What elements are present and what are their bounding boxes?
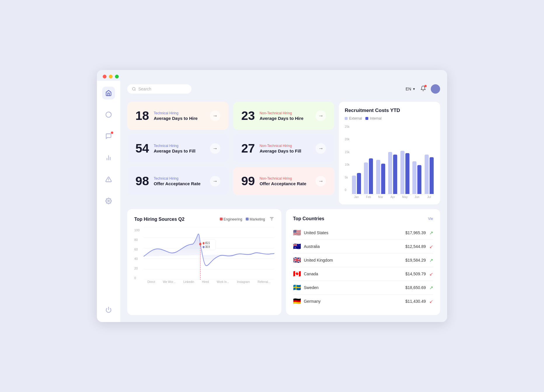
metric-label: Average Days to Hire (259, 116, 303, 121)
notification-dot (424, 85, 427, 87)
legend-marketing-sq (246, 218, 249, 220)
bar-jun-ext (412, 161, 416, 194)
country-row-se: 🇸🇪 Sweden $18,650.69 ↗ (293, 281, 433, 295)
bar-chart-container: 25k 20k 15k 10k 5k 0 (345, 124, 434, 199)
metric-number: 98 (135, 174, 149, 188)
x-axis: Jan Feb Mar Apr May Jun Jul (351, 195, 434, 199)
x-label-jun: Jun (412, 195, 422, 199)
bar-may-ext (400, 151, 404, 194)
title-bar (97, 70, 447, 81)
metric-arrow[interactable]: → (315, 143, 326, 154)
metric-tech-days-hire[interactable]: 18 Technical Hiring Average Days to Hire… (127, 102, 229, 130)
country-row-ca: 🇨🇦 Canada $14,509.79 ↙ (293, 267, 433, 281)
svg-text:65.5: 65.5 (205, 242, 210, 245)
svg-point-23 (203, 246, 204, 248)
country-name-us: United States (304, 230, 405, 235)
legend-engineering-sq (220, 218, 223, 220)
metric-arrow[interactable]: → (315, 176, 326, 186)
metric-category: Technical Hiring (154, 176, 200, 181)
x-label-jul: Jul (424, 195, 434, 199)
avatar[interactable] (431, 84, 440, 94)
metric-category: Non-Technical Hiring (259, 144, 301, 148)
sidebar-item-home[interactable] (102, 87, 115, 99)
metric-arrow[interactable]: → (210, 143, 220, 154)
x-label-mar: Mar (375, 195, 386, 199)
metric-label: Average Days to Fill (154, 148, 196, 153)
metric-nontech-days-hire[interactable]: 23 Non-Technical Hiring Average Days to … (233, 102, 334, 130)
metric-tech-offer[interactable]: 98 Technical Hiring Offer Acceptance Rat… (127, 167, 229, 195)
metric-arrow[interactable]: → (210, 176, 220, 186)
bar-group-jan (351, 141, 362, 194)
legend-internal: Internal (365, 116, 381, 120)
app-window: Search EN ▼ (97, 70, 447, 322)
metric-number: 99 (241, 174, 255, 188)
metric-label: Average Days to Hire (154, 116, 198, 121)
y-axis: 25k 20k 15k 10k 5k 0 (345, 124, 351, 199)
sidebar (97, 81, 120, 322)
trend-up-se: ↗ (429, 285, 433, 290)
metric-tech-days-fill[interactable]: 54 Technical Hiring Average Days to Fill… (127, 134, 229, 162)
line-chart-svg: 65.5 30.9 (144, 227, 274, 280)
metric-label: Offer Acceptance Rate (259, 181, 306, 186)
bar-jun-int (417, 165, 421, 194)
bar-jul-ext (425, 155, 429, 194)
metric-category: Non-Technical Hiring (259, 176, 306, 181)
notification-icon[interactable] (420, 85, 426, 92)
costs-title: Recruitment Costs YTD (345, 108, 434, 113)
metric-nontech-offer[interactable]: 99 Non-Technical Hiring Offer Acceptance… (233, 167, 334, 195)
maximize-dot[interactable] (115, 75, 119, 78)
topbar-right: EN ▼ (406, 84, 440, 94)
legend-external: External (345, 116, 362, 120)
language-selector[interactable]: EN ▼ (406, 87, 416, 91)
metric-category: Technical Hiring (154, 111, 198, 115)
svg-point-21 (203, 242, 204, 244)
country-row-us: 🇺🇸 United States $17,965.39 ↗ (293, 226, 433, 240)
metric-arrow[interactable]: → (210, 111, 220, 121)
sidebar-item-messages[interactable] (102, 130, 115, 143)
metric-number: 23 (241, 109, 255, 123)
minimize-dot[interactable] (109, 75, 113, 78)
bar-feb-ext (364, 162, 368, 194)
sidebar-item-settings[interactable] (102, 195, 115, 207)
topbar: Search EN ▼ (120, 81, 447, 97)
flag-gb: 🇬🇧 (293, 256, 301, 264)
country-name-gb: United Kingdom (304, 258, 405, 262)
search-placeholder: Search (138, 87, 151, 91)
x-label-apr: Apr (388, 195, 398, 199)
svg-text:30.9: 30.9 (205, 245, 210, 249)
bar-group-may (400, 141, 410, 194)
bars-area (351, 124, 434, 194)
top-countries-title: Top Countries (293, 216, 324, 221)
metric-category: Technical Hiring (154, 144, 196, 148)
metric-arrow[interactable]: → (315, 111, 326, 121)
country-row-au: 🇦🇺 Australia $12,544.89 ↙ (293, 240, 433, 253)
close-dot[interactable] (103, 75, 107, 78)
hiring-sources-legend: Engineering Marketing (220, 217, 265, 221)
view-all-link[interactable]: Vie (428, 217, 433, 221)
sidebar-item-alerts[interactable] (102, 173, 115, 186)
country-value-ca: $14,509.79 (405, 272, 426, 276)
metric-number: 18 (135, 109, 149, 123)
country-value-us: $17,965.39 (405, 230, 426, 235)
line-chart-area: 100 80 60 40 20 0 (134, 227, 274, 286)
search-box[interactable]: Search (127, 84, 191, 94)
country-name-se: Sweden (304, 285, 405, 290)
filter-icon[interactable] (269, 216, 274, 223)
x-label-may: May (400, 195, 410, 199)
search-icon (132, 87, 136, 91)
main-layout: Search EN ▼ (97, 81, 447, 322)
metric-number: 54 (135, 141, 149, 155)
svg-point-6 (108, 200, 109, 202)
sidebar-item-analytics[interactable] (102, 151, 115, 164)
flag-de: 🇩🇪 (293, 298, 301, 305)
trend-up-gb: ↗ (429, 258, 433, 263)
countries-list: 🇺🇸 United States $17,965.39 ↗ 🇦🇺 Austral… (293, 226, 433, 308)
country-row-de: 🇩🇪 Germany $11,430.49 ↙ (293, 295, 433, 308)
bar-group-jul (424, 141, 434, 194)
sidebar-item-chart[interactable] (102, 108, 115, 121)
country-row-gb: 🇬🇧 United Kingdom $19,584.29 ↗ (293, 253, 433, 267)
sidebar-item-power[interactable] (102, 303, 115, 316)
hiring-sources-title: Top Hiring Sources Q2 (134, 217, 184, 222)
metric-nontech-days-fill[interactable]: 27 Non-Technical Hiring Average Days to … (233, 134, 334, 162)
bar-group-apr (388, 141, 398, 194)
